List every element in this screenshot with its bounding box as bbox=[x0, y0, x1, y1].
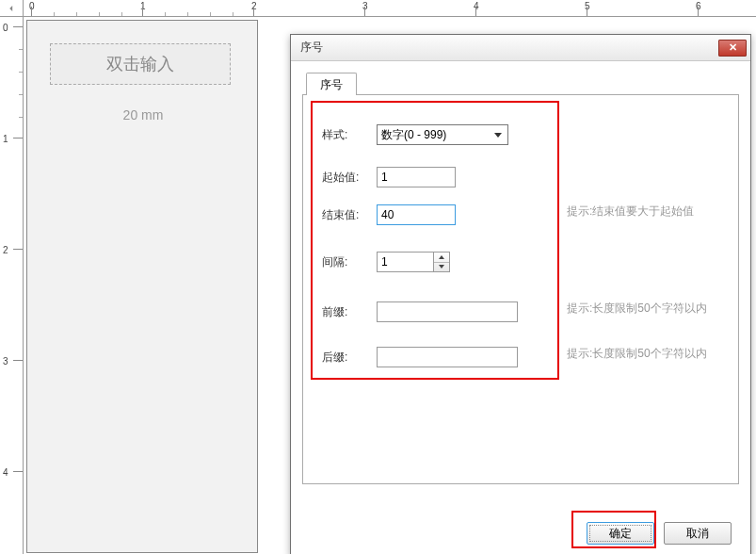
interval-label: 间隔: bbox=[322, 254, 377, 270]
prefix-hint: 提示:长度限制50个字符以内 bbox=[567, 301, 707, 317]
placeholder-text: 双击输入 bbox=[106, 53, 174, 75]
spinner-down-icon[interactable] bbox=[434, 263, 449, 272]
close-button[interactable]: ✕ bbox=[718, 40, 747, 57]
end-input[interactable] bbox=[377, 204, 456, 225]
suffix-label: 后缀: bbox=[322, 350, 377, 366]
dialog-footer: 确定 取消 bbox=[291, 511, 750, 554]
ruler-v-num: 4 bbox=[3, 467, 8, 478]
ruler-v-num: 3 bbox=[3, 356, 8, 367]
style-combobox[interactable]: 数字(0 - 999) bbox=[377, 124, 508, 145]
dialog-titlebar[interactable]: 序号 ✕ bbox=[291, 35, 750, 61]
spinner-buttons[interactable] bbox=[433, 252, 450, 272]
start-label: 起始值: bbox=[322, 170, 377, 186]
spinner-up-icon[interactable] bbox=[434, 253, 449, 263]
prefix-label: 前缀: bbox=[322, 304, 377, 320]
tab-panel: 样式: 数字(0 - 999) 起始值: 结束值: bbox=[302, 94, 739, 484]
style-value: 数字(0 - 999) bbox=[381, 127, 446, 143]
back-arrow-icon bbox=[5, 2, 18, 15]
close-icon: ✕ bbox=[729, 42, 737, 53]
interval-spinner[interactable] bbox=[377, 252, 450, 272]
ruler-v-num: 2 bbox=[3, 245, 8, 255]
prefix-input[interactable] bbox=[377, 301, 518, 322]
dialog-body: 序号 样式: 数字(0 - 999) 起始值: bbox=[291, 61, 750, 511]
end-label: 结束值: bbox=[322, 207, 377, 223]
text-placeholder[interactable]: 双击输入 bbox=[50, 43, 231, 85]
start-input[interactable] bbox=[377, 167, 456, 187]
interval-input[interactable] bbox=[377, 252, 433, 272]
suffix-hint: 提示:长度限制50个字符以内 bbox=[567, 346, 707, 362]
sequence-dialog: 序号 ✕ 序号 样式: 数字(0 - 999) bbox=[290, 34, 751, 554]
ruler-v-num: 1 bbox=[3, 134, 8, 144]
tab-header: 序号 bbox=[302, 73, 739, 95]
label-page[interactable]: 双击输入 20 mm bbox=[26, 20, 258, 553]
horizontal-ruler: 0 1 2 3 4 5 6 bbox=[24, 0, 756, 17]
vertical-ruler: 0 1 2 3 4 bbox=[0, 17, 24, 554]
end-hint: 提示:结束值要大于起始值 bbox=[567, 204, 694, 220]
canvas-area[interactable]: 双击输入 20 mm 序号 ✕ 序号 样式: bbox=[24, 17, 756, 554]
ruler-corner bbox=[0, 0, 24, 17]
suffix-input[interactable] bbox=[377, 347, 518, 367]
chevron-down-icon bbox=[491, 127, 506, 142]
size-label: 20 mm bbox=[27, 107, 259, 122]
ruler-v-num: 0 bbox=[3, 23, 8, 33]
style-label: 样式: bbox=[322, 127, 377, 143]
tab-sequence[interactable]: 序号 bbox=[306, 73, 357, 95]
cancel-button[interactable]: 取消 bbox=[664, 522, 732, 545]
tab-container: 序号 样式: 数字(0 - 999) 起始值: bbox=[302, 73, 739, 485]
dialog-title: 序号 bbox=[300, 40, 718, 56]
highlight-box-ok bbox=[571, 511, 656, 548]
